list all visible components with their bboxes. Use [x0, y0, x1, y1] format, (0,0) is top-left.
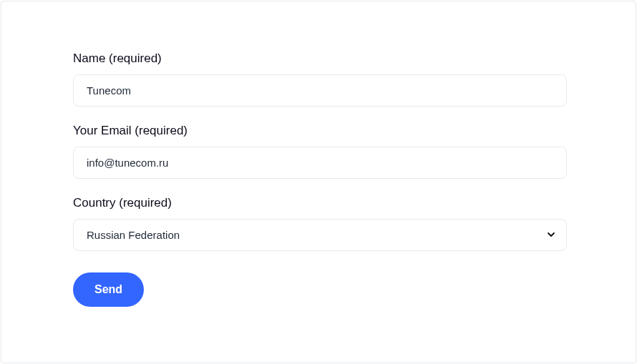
country-select[interactable]: Russian Federation	[73, 219, 567, 251]
name-input[interactable]	[73, 74, 567, 107]
country-label: Country (required)	[73, 196, 567, 210]
name-field-group: Name (required)	[73, 51, 567, 107]
country-field-group: Country (required) Russian Federation	[73, 196, 567, 251]
email-input[interactable]	[73, 147, 567, 179]
email-field-group: Your Email (required)	[73, 124, 567, 179]
email-label: Your Email (required)	[73, 124, 567, 138]
send-button[interactable]: Send	[73, 272, 144, 307]
form-container: Name (required) Your Email (required) Co…	[1, 1, 636, 363]
name-label: Name (required)	[73, 51, 567, 66]
country-select-wrapper: Russian Federation	[73, 219, 567, 251]
